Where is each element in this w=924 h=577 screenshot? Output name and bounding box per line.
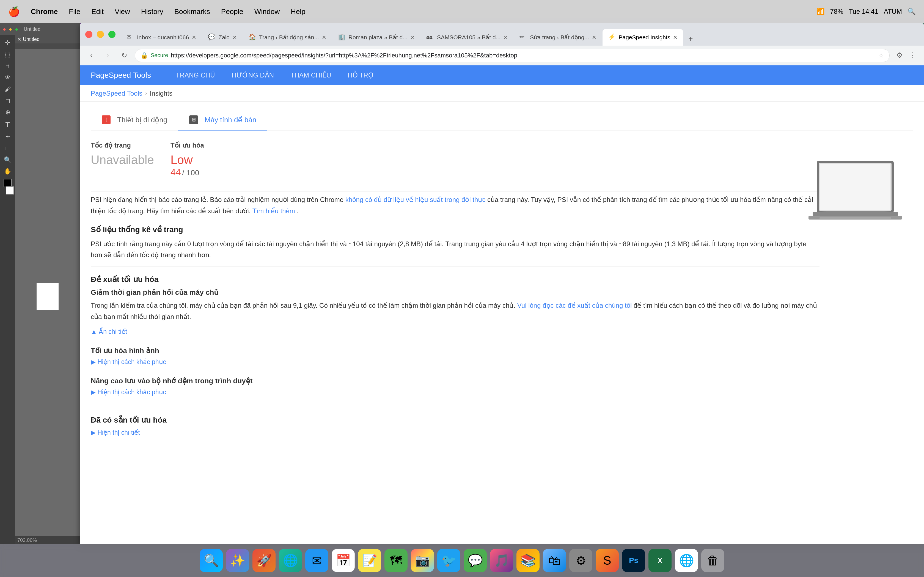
dock-maps[interactable]: 🗺 (384, 549, 407, 572)
dock-excel[interactable]: X (648, 549, 672, 572)
url-text[interactable]: https://developers.google.com/speed/page… (171, 52, 876, 59)
apple-menu[interactable]: 🍎 (8, 6, 20, 17)
psi-nav-items: TRANG CHỦ HƯỚNG DẪN THAM CHIẾU HỖ TRỢ (168, 65, 383, 85)
dock-chrome[interactable]: 🌐 (675, 549, 698, 572)
ps-crop-tool[interactable]: ⌗ (5, 61, 11, 71)
optimization-score-block: Tối ưu hóa Low 44 / 100 (171, 142, 226, 177)
tab-favicon-zalo: 💬 (208, 34, 216, 41)
dock-tweetbot[interactable]: 🐦 (437, 549, 460, 572)
ps-hand-tool[interactable]: ✋ (2, 166, 13, 177)
device-tab-mobile[interactable]: ! Thiết bị di động (91, 110, 178, 131)
dock-trash[interactable]: 🗑 (701, 549, 724, 572)
tab-close-samsora[interactable]: ✕ (503, 34, 508, 41)
menu-window[interactable]: Window (254, 7, 279, 16)
ps-erase-tool[interactable]: ◻ (3, 96, 12, 106)
tab-close-inbox[interactable]: ✕ (192, 34, 196, 41)
menu-edit[interactable]: Edit (91, 7, 104, 16)
dock-messages[interactable]: 💬 (464, 549, 487, 572)
dock-sublime[interactable]: S (596, 549, 619, 572)
dock-music[interactable]: 🎵 (490, 549, 513, 572)
ps-tab-untitled[interactable]: ✕ Untitled (17, 36, 40, 42)
tab-zalo[interactable]: 💬 Zalo ✕ (202, 29, 242, 46)
tab-close-roman[interactable]: ✕ (410, 34, 415, 41)
dock-photoshop[interactable]: Ps (622, 549, 645, 572)
s1-link[interactable]: Vui lòng đọc các đề xuất của chúng tôi (517, 302, 632, 309)
extensions-icon[interactable]: ⚙ (894, 49, 905, 62)
intro-link[interactable]: không có đủ dữ liệu về hiệu suất trong đ… (346, 196, 486, 203)
already-opt-expand[interactable]: ▶ Hiện thị chi tiết (91, 429, 819, 436)
new-tab-button[interactable]: + (684, 32, 698, 46)
nav-home[interactable]: TRANG CHỦ (168, 65, 223, 85)
menu-file[interactable]: File (69, 7, 80, 16)
tab-batdongsan1[interactable]: 🏠 Trang ‹ Bất động sản... ✕ (243, 29, 332, 46)
ps-move-tool[interactable]: ✛ (3, 37, 12, 48)
tab-close-bds1[interactable]: ✕ (322, 34, 326, 41)
dock-safari[interactable]: 🌐 (279, 549, 302, 572)
forward-button[interactable]: › (102, 50, 114, 61)
ps-panel-min[interactable]: ● (9, 26, 12, 32)
window-close[interactable] (85, 31, 92, 38)
ps-shape-tool[interactable]: □ (4, 143, 11, 153)
bookmark-icon[interactable]: ☆ (878, 52, 884, 59)
tab-suatrang[interactable]: ✏ Sửa trang ‹ Bất động... ✕ (514, 29, 602, 46)
ps-clone-tool[interactable]: ⊕ (3, 107, 12, 118)
tab-close-zalo[interactable]: ✕ (233, 34, 237, 41)
nav-reference[interactable]: THAM CHIẾU (282, 65, 339, 85)
dock-sysprefs[interactable]: ⚙ (569, 549, 592, 572)
ps-color-fg[interactable] (3, 179, 12, 187)
menu-help[interactable]: Help (291, 7, 305, 16)
ps-brush-tool[interactable]: 🖌 (3, 84, 12, 95)
ps-panel-close[interactable]: ● (3, 26, 6, 32)
tab-samsora[interactable]: 🏘 SAMSORA105 » Bất đ... ✕ (421, 29, 514, 46)
menu-people[interactable]: People (221, 7, 243, 16)
tab-pagespeed[interactable]: ⚡ PageSpeed Insights ✕ (603, 29, 683, 46)
menu-search-icon[interactable]: 🔍 (908, 8, 916, 15)
s2-expand[interactable]: ▶ Hiện thị cách khắc phục (91, 358, 819, 366)
dock-books[interactable]: 📚 (517, 549, 540, 572)
nav-guide[interactable]: HƯỚNG DẪN (223, 65, 282, 85)
back-button[interactable]: ‹ (85, 50, 97, 61)
dock-launchpad[interactable]: 🚀 (252, 549, 276, 572)
nav-support[interactable]: HỖ TRỢ (339, 65, 383, 85)
menu-bookmarks[interactable]: Bookmarks (174, 7, 210, 16)
dock-messages-icon: 💬 (468, 553, 483, 568)
ps-text-tool[interactable]: T (4, 119, 11, 131)
ps-color-bg[interactable] (6, 186, 14, 195)
reload-button[interactable]: ↻ (118, 50, 130, 61)
dock-calendar[interactable]: 📅 (332, 549, 355, 572)
suggestion-1: Giảm thời gian phản hồi của máy chủ Tron… (91, 288, 819, 335)
s1-collapse[interactable]: ▲ Ẩn chi tiết (91, 328, 819, 335)
dock-appstore[interactable]: 🛍 (543, 549, 566, 572)
psi-main-text: Tốc độ trang Unavailable Tối ưu hóa Low … (91, 131, 819, 436)
dock-notes[interactable]: 📝 (358, 549, 381, 572)
tab-close-psi[interactable]: ✕ (673, 34, 678, 41)
ps-select-tool[interactable]: ⬚ (3, 50, 12, 60)
ps-pen-tool[interactable]: ✒ (3, 132, 12, 142)
window-maximize[interactable] (108, 31, 115, 38)
psi-scrollable-content[interactable]: ! Thiết bị di động 🖥 Máy tính để bàn (80, 102, 924, 544)
dock-music-icon: 🎵 (494, 553, 509, 568)
s3-expand[interactable]: ▶ Hiện thị cách khắc phục (91, 388, 819, 396)
menu-time: Tue 14:41 (849, 8, 878, 15)
address-bar[interactable]: 🔒 Secure https://developers.google.com/s… (135, 49, 890, 62)
dock-siri[interactable]: ✨ (226, 549, 249, 572)
ps-zoom-tool[interactable]: 🔍 (2, 155, 13, 165)
app-name[interactable]: Chrome (31, 7, 58, 16)
tab-inbox[interactable]: ✉ Inbox – ducanhit066 ✕ (121, 29, 202, 46)
menu-icon[interactable]: ⋮ (907, 49, 919, 62)
dock-books-icon: 📚 (520, 553, 536, 568)
window-minimize[interactable] (97, 31, 104, 38)
breadcrumb-parent[interactable]: PageSpeed Tools (91, 90, 142, 97)
dock-finder[interactable]: 🔍 (200, 549, 223, 572)
tab-roman[interactable]: 🏢 Roman plaza » Bất đ... ✕ (333, 29, 420, 46)
menu-history[interactable]: History (141, 7, 163, 16)
tab-close-sua[interactable]: ✕ (592, 34, 596, 41)
dock-photos[interactable]: 📷 (411, 549, 434, 572)
learn-more-link[interactable]: Tìm hiểu thêm (252, 207, 295, 214)
dock-mail[interactable]: ✉ (305, 549, 328, 572)
device-tab-desktop[interactable]: 🖥 Máy tính để bàn (178, 110, 267, 131)
menu-view[interactable]: View (115, 7, 130, 16)
ps-panel-max[interactable]: ● (15, 26, 18, 32)
dock-finder-icon: 🔍 (204, 553, 219, 568)
ps-eye-tool[interactable]: 👁 (3, 73, 12, 83)
